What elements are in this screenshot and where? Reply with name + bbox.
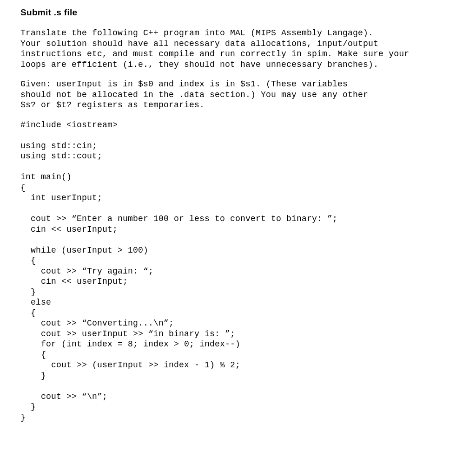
code-line: } xyxy=(20,287,36,297)
code-line: cin << userInput; xyxy=(20,225,118,234)
code-line: using std::cout; xyxy=(20,151,102,161)
code-line: { xyxy=(20,308,36,318)
code-line: } xyxy=(20,371,46,380)
document-page: Submit .s file Translate the following C… xyxy=(0,0,476,430)
text-line: loops are efficient (i.e., they should n… xyxy=(20,60,378,69)
code-line: { xyxy=(20,183,26,192)
instructions-paragraph-2: Given: userInput is in $s0 and index is … xyxy=(20,79,456,111)
instructions-paragraph-1: Translate the following C++ program into… xyxy=(20,28,456,70)
code-line: int main() xyxy=(20,172,72,182)
code-line: { xyxy=(20,256,36,265)
code-line: for (int index = 8; index > 0; index--) xyxy=(20,339,240,349)
text-line: Translate the following C++ program into… xyxy=(20,28,373,38)
code-line: cout >> “Converting...\n”; xyxy=(20,319,174,328)
code-line: while (userInput > 100) xyxy=(20,246,148,255)
code-line: } xyxy=(20,413,26,422)
text-line: Your solution should have all necessary … xyxy=(20,39,378,48)
code-line: cout >> “Enter a number 100 or less to c… xyxy=(20,214,337,223)
text-line: instructions etc, and must compile and r… xyxy=(20,49,409,59)
code-line: #include <iostream> xyxy=(20,120,118,130)
text-line: should not be allocated in the .data sec… xyxy=(20,90,368,99)
code-line: int userInput; xyxy=(20,193,102,202)
cpp-code-block: #include <iostream> using std::cin; usin… xyxy=(20,120,456,423)
assignment-title: Submit .s file xyxy=(20,7,456,18)
code-line: } xyxy=(20,402,36,411)
code-line: cout >> “\n”; xyxy=(20,392,107,401)
code-line: cout >> (userInput >> index - 1) % 2; xyxy=(20,360,240,370)
code-line: cin << userInput; xyxy=(20,277,128,286)
code-line: cout >> userInput >> “in binary is: ”; xyxy=(20,329,235,339)
code-line: cout >> “Try again: “; xyxy=(20,267,153,276)
text-line: Given: userInput is in $s0 and index is … xyxy=(20,79,348,89)
code-line: { xyxy=(20,350,46,359)
code-line: else xyxy=(20,298,51,307)
text-line: $s? or $t? registers as temporaries. xyxy=(20,100,205,110)
code-line: using std::cin; xyxy=(20,141,97,150)
